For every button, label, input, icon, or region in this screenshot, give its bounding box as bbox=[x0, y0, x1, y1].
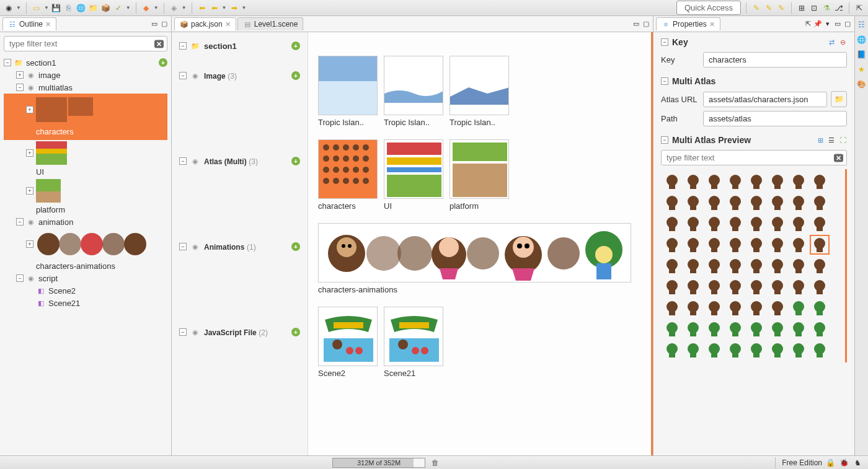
sprite-frame[interactable] bbox=[768, 340, 787, 360]
collapse-icon[interactable]: − bbox=[16, 218, 24, 226]
sprite-frame[interactable] bbox=[768, 172, 787, 191]
sprite-frame[interactable] bbox=[810, 340, 830, 360]
export-icon[interactable]: ⇱ bbox=[804, 20, 812, 28]
sprite-frame[interactable] bbox=[704, 214, 724, 234]
collapse-icon[interactable]: − bbox=[179, 72, 187, 79]
tree-image[interactable]: + ◉ image bbox=[4, 69, 167, 81]
memory-gauge[interactable]: 312M of 352M bbox=[332, 458, 425, 468]
tab-level1-scene[interactable]: ▤ Level1.scene bbox=[237, 17, 304, 30]
sprite-frame[interactable] bbox=[704, 298, 724, 318]
close-icon[interactable]: ✕ bbox=[45, 20, 51, 28]
collapse-icon[interactable]: − bbox=[661, 38, 668, 46]
sprite-frame[interactable] bbox=[746, 298, 766, 318]
sprite-frame[interactable] bbox=[704, 256, 724, 276]
sprite-frame[interactable] bbox=[683, 340, 703, 360]
collapse-icon[interactable]: − bbox=[16, 84, 24, 91]
maximize-icon[interactable]: ▢ bbox=[843, 20, 852, 28]
browse-button[interactable]: 📁 bbox=[831, 91, 847, 107]
collapse-icon[interactable]: − bbox=[661, 136, 668, 144]
trash-icon[interactable]: 🗑 bbox=[430, 458, 440, 468]
sprite-frame[interactable] bbox=[768, 214, 787, 234]
sprite-frame[interactable] bbox=[810, 319, 830, 339]
menu-icon[interactable]: ▾ bbox=[823, 20, 832, 28]
asset-scene2[interactable]: Scene2 bbox=[318, 307, 378, 378]
minimize-icon[interactable]: ▭ bbox=[632, 20, 640, 28]
palette-icon[interactable]: 🎨 bbox=[857, 79, 867, 89]
sprite-frame[interactable] bbox=[789, 235, 808, 255]
add-icon[interactable]: + bbox=[291, 42, 300, 50]
quick-access-button[interactable]: Quick Access bbox=[676, 1, 741, 15]
sprite-frame[interactable] bbox=[662, 172, 682, 191]
sprite-frame[interactable] bbox=[683, 214, 703, 234]
sprite-frame[interactable] bbox=[662, 319, 682, 339]
pin-icon[interactable]: 📌 bbox=[813, 20, 822, 28]
sprite-frame[interactable] bbox=[662, 214, 682, 234]
book-icon[interactable]: 📘 bbox=[857, 50, 867, 59]
pencil-icon[interactable]: ✎ bbox=[764, 3, 774, 13]
sprite-frame[interactable] bbox=[789, 193, 808, 213]
sprite-frame[interactable] bbox=[789, 319, 808, 339]
sprite-frame[interactable] bbox=[662, 256, 682, 276]
asset-platform[interactable]: platform bbox=[450, 139, 509, 211]
sprite-frame[interactable] bbox=[725, 319, 745, 339]
collapse-icon[interactable]: − bbox=[179, 328, 187, 336]
asset-tropic3[interactable]: Tropic Islan.. bbox=[450, 56, 509, 127]
sprite-frame[interactable] bbox=[704, 319, 724, 339]
sprite-frame[interactable] bbox=[704, 172, 724, 191]
sprite-frame[interactable] bbox=[725, 193, 745, 213]
sprite-frame[interactable] bbox=[789, 340, 808, 360]
sprite-frame[interactable] bbox=[810, 256, 830, 276]
sprite-frame[interactable] bbox=[810, 172, 830, 191]
path-input[interactable] bbox=[703, 111, 847, 126]
dropdown-icon[interactable]: ▼ bbox=[44, 5, 49, 11]
expand-icon[interactable]: + bbox=[26, 187, 33, 195]
sprite-frame[interactable] bbox=[725, 172, 745, 191]
sprite-frame[interactable] bbox=[662, 235, 682, 255]
sprite-frame[interactable] bbox=[683, 235, 703, 255]
sprite-frame[interactable] bbox=[768, 193, 787, 213]
outline-filter-input[interactable] bbox=[4, 36, 167, 51]
sprite-frame[interactable] bbox=[768, 235, 787, 255]
tree-section1[interactable]: − 📁 section1 + bbox=[4, 56, 167, 69]
preview-filter-input[interactable] bbox=[661, 150, 847, 165]
sprite-frame[interactable] bbox=[746, 235, 766, 255]
dropdown-icon[interactable]: ▼ bbox=[154, 5, 159, 11]
sprite-frame[interactable] bbox=[746, 214, 766, 234]
sprite-frame[interactable] bbox=[746, 256, 766, 276]
asset-ui[interactable]: UI bbox=[384, 139, 443, 211]
perspective-icon[interactable]: ⊡ bbox=[809, 3, 819, 13]
orange-icon[interactable]: ◆ bbox=[141, 3, 151, 13]
tree-scene21[interactable]: ◧ Scene21 bbox=[4, 297, 167, 309]
sprite-frame[interactable] bbox=[789, 256, 808, 276]
tree-char-anim-label[interactable]: characters-animations bbox=[4, 260, 167, 272]
maximize-icon[interactable]: ▢ bbox=[160, 20, 169, 28]
add-icon[interactable]: + bbox=[291, 157, 300, 165]
expand-icon[interactable]: + bbox=[16, 71, 24, 79]
dropdown-icon[interactable]: ▼ bbox=[16, 5, 21, 11]
section-image[interactable]: − ◉ Image (3) + bbox=[177, 67, 303, 84]
minimize-icon[interactable]: ▭ bbox=[150, 20, 159, 28]
sprite-frame[interactable] bbox=[683, 172, 703, 191]
sprite-frame[interactable] bbox=[725, 235, 745, 255]
sprite-frame[interactable] bbox=[725, 256, 745, 276]
sprite-frame[interactable] bbox=[789, 214, 808, 234]
minimize-icon[interactable]: ▭ bbox=[833, 20, 842, 28]
folder-icon[interactable]: 📁 bbox=[89, 3, 99, 13]
sprite-frame[interactable] bbox=[789, 277, 808, 297]
sprite-frame[interactable] bbox=[768, 319, 787, 339]
globe-icon[interactable]: 🌐 bbox=[857, 35, 867, 45]
tree-multiatlas[interactable]: − ◉ multiatlas bbox=[4, 81, 167, 94]
tree-animation[interactable]: − ◉ animation bbox=[4, 216, 167, 228]
add-icon[interactable]: + bbox=[159, 58, 167, 67]
sprite-frame[interactable] bbox=[662, 277, 682, 297]
collapse-icon[interactable]: − bbox=[661, 77, 668, 85]
pencil-icon[interactable]: ✎ bbox=[776, 3, 786, 13]
sprite-frame[interactable] bbox=[810, 235, 830, 255]
package-icon[interactable]: 📦 bbox=[101, 3, 111, 13]
git-icon[interactable]: ⎇ bbox=[834, 3, 844, 13]
sprite-frame[interactable] bbox=[725, 340, 745, 360]
sprite-frame[interactable] bbox=[768, 256, 787, 276]
sprite-frame[interactable] bbox=[810, 277, 830, 297]
asset-characters[interactable]: characters bbox=[318, 139, 378, 211]
section-animations[interactable]: − ◉ Animations (1) + bbox=[177, 238, 303, 255]
